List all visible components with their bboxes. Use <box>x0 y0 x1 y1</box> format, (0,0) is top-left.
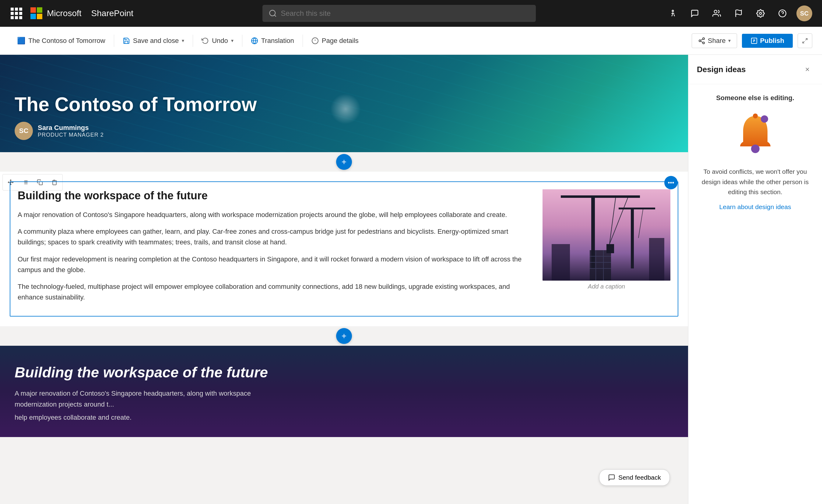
hero-author-name: Sara Cummings <box>38 124 104 132</box>
feedback-icon-small <box>608 474 615 481</box>
svg-rect-44 <box>590 250 611 281</box>
toolbar-right: Share ▾ Publish <box>692 33 812 48</box>
svg-rect-40 <box>561 195 585 197</box>
share-icon <box>698 37 705 44</box>
save-close-button[interactable]: Save and close ▾ <box>115 34 191 48</box>
save-close-dropdown-icon[interactable]: ▾ <box>182 38 184 43</box>
hero-content: The Contoso of Tomorrow SC Sara Cummings… <box>15 93 257 140</box>
user-avatar[interactable]: SC <box>796 5 812 21</box>
svg-point-4 <box>270 10 276 16</box>
bell-notification-icon <box>737 113 774 155</box>
panel-title: Design ideas <box>697 65 746 74</box>
svg-rect-2 <box>30 14 36 19</box>
svg-line-21 <box>701 39 703 40</box>
feedback-icon[interactable] <box>687 5 703 21</box>
flag-icon[interactable] <box>731 5 747 21</box>
accessibility-icon[interactable] <box>665 5 681 21</box>
dark-section-para2: help employees collaborate and create. <box>15 412 258 423</box>
waffle-icon[interactable] <box>10 7 23 20</box>
svg-rect-50 <box>631 207 634 269</box>
translation-label: Translation <box>261 37 294 45</box>
dark-section-heading: Building the workspace of the future <box>15 364 674 381</box>
add-section-bottom-button[interactable]: + <box>336 328 352 344</box>
publish-button[interactable]: Publish <box>742 34 793 48</box>
hero-author-title: PRODUCT MANAGER 2 <box>38 132 104 138</box>
svg-point-6 <box>672 10 674 12</box>
save-close-label: Save and close <box>133 37 179 45</box>
page-details-icon <box>312 37 319 44</box>
svg-rect-0 <box>30 7 36 13</box>
page-name: The Contoso of Tomorrow <box>28 37 105 45</box>
collapse-button[interactable] <box>798 33 812 48</box>
webpart-menu[interactable]: ••• <box>664 176 678 189</box>
send-feedback-button[interactable]: Send feedback <box>599 469 670 486</box>
page-tab[interactable]: 🟦 The Contoso of Tomorrow <box>10 34 113 48</box>
svg-line-26 <box>806 38 807 40</box>
notice-text: To avoid conflicts, we won't offer you d… <box>697 166 813 197</box>
panel-header: Design ideas <box>688 55 822 84</box>
two-col-content: ••• Building the workspace of the future… <box>10 181 678 317</box>
svg-line-20 <box>701 41 703 42</box>
undo-label: Undo <box>212 37 228 45</box>
search-input[interactable] <box>281 9 530 18</box>
dark-section-para1: A major renovation of Contoso's Singapor… <box>15 388 258 409</box>
hero-author-info: Sara Cummings PRODUCT MANAGER 2 <box>38 124 104 138</box>
people-icon[interactable] <box>709 5 725 21</box>
share-label: Share <box>708 37 726 45</box>
construction-image <box>542 189 671 281</box>
svg-point-59 <box>761 115 768 123</box>
section-heading: Building the workspace of the future <box>18 189 533 202</box>
share-button[interactable]: Share ▾ <box>692 33 737 48</box>
ms-logo[interactable]: Microsoft <box>30 7 82 19</box>
hero-author: SC Sara Cummings PRODUCT MANAGER 2 <box>15 122 257 140</box>
svg-line-5 <box>275 15 276 16</box>
close-icon <box>804 66 810 72</box>
hero-banner: The Contoso of Tomorrow SC Sara Cummings… <box>0 55 688 152</box>
toolbar-left: 🟦 The Contoso of Tomorrow Save and close… <box>10 34 692 48</box>
image-caption[interactable]: Add a caption <box>542 283 671 290</box>
save-icon <box>123 37 130 44</box>
svg-rect-53 <box>552 244 570 281</box>
help-icon[interactable] <box>775 5 790 21</box>
search-bar[interactable] <box>263 5 536 22</box>
editing-notice: Someone else is editing. <box>716 94 794 102</box>
undo-button[interactable]: Undo ▾ <box>194 34 241 48</box>
text-column: Building the workspace of the future A m… <box>18 189 533 309</box>
settings-icon[interactable] <box>753 5 768 21</box>
section-para4: The technology-fueled, multiphase projec… <box>18 281 533 303</box>
sharepoint-text: SharePoint <box>91 9 134 18</box>
learn-design-ideas-link[interactable]: Learn about design ideas <box>719 203 791 210</box>
publish-label: Publish <box>760 37 784 45</box>
undo-icon <box>201 37 209 44</box>
svg-point-58 <box>751 144 760 153</box>
svg-point-17 <box>703 38 705 40</box>
translation-button[interactable]: Translation <box>244 34 301 48</box>
hero-avatar: SC <box>15 122 33 140</box>
hero-title: The Contoso of Tomorrow <box>15 93 257 116</box>
svg-rect-54 <box>649 238 664 281</box>
section-para2: A community plaza where employees can ga… <box>18 226 533 247</box>
top-nav-bar: Microsoft SharePoint <box>0 0 822 27</box>
publish-icon <box>751 37 758 44</box>
svg-point-19 <box>703 42 705 44</box>
ms-logo-text: Microsoft <box>47 9 82 18</box>
toolbar: 🟦 The Contoso of Tomorrow Save and close… <box>0 27 822 55</box>
translation-icon <box>251 37 258 44</box>
send-feedback-label: Send feedback <box>618 474 661 481</box>
page-content-area[interactable]: The Contoso of Tomorrow SC Sara Cummings… <box>0 55 688 504</box>
svg-point-57 <box>753 113 758 118</box>
dark-section: Building the workspace of the future A m… <box>0 346 688 437</box>
image-column: Add a caption <box>542 189 671 309</box>
share-dropdown-icon[interactable]: ▾ <box>728 38 731 43</box>
undo-dropdown-icon[interactable]: ▾ <box>231 38 234 43</box>
panel-body: Someone else is editing. <box>688 84 822 504</box>
svg-line-27 <box>803 41 805 43</box>
two-col-section: ••• Building the workspace of the future… <box>0 172 688 326</box>
svg-rect-51 <box>619 207 655 209</box>
svg-rect-1 <box>37 7 42 13</box>
page-details-button[interactable]: Page details <box>304 34 366 48</box>
panel-close-button[interactable] <box>801 63 813 75</box>
nav-icons: SC <box>665 5 812 21</box>
svg-point-7 <box>714 10 717 13</box>
add-section-top-button[interactable]: + <box>336 154 352 170</box>
